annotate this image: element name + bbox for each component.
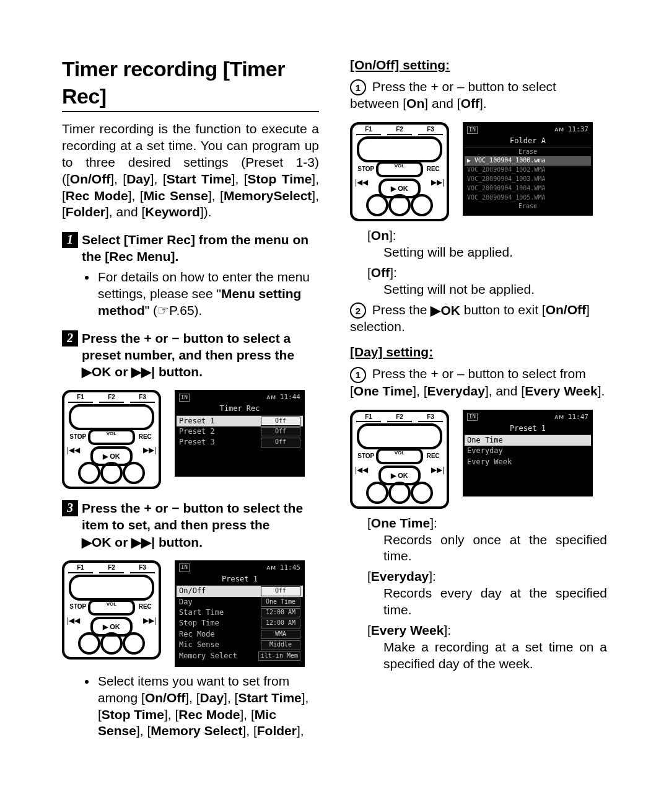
figure-row-onoff: F1F2F3 STOPREC ▶ OK |◀◀▶▶| INᴀᴍ 11:37 Fo… [350, 122, 607, 221]
device-diagram: F1F2F3 STOPREC ▶ OK |◀◀▶▶| [350, 410, 449, 509]
device-diagram: F1F2F3 STOPREC ▶ OK |◀◀▶▶| [62, 560, 161, 660]
device-diagram: F1F2F3 STOPREC ▶ OK |◀◀▶▶| [350, 122, 449, 221]
right-column: [On/Off] setting: 1 Press the + or – but… [350, 56, 607, 748]
step-1-bullets: For details on how to enter the menu set… [85, 269, 319, 319]
step-3: 3 Press the + or − button to select the … [62, 500, 319, 550]
left-column: Timer recording [Timer Rec] Timer record… [62, 56, 319, 748]
intro-paragraph: Timer recording is the function to execu… [62, 121, 319, 221]
step-3-text: Press the + or − button to select the it… [82, 500, 319, 550]
day-heading: [Day] setting: [350, 344, 607, 361]
step-number-3: 3 [62, 500, 78, 516]
step-3-bullets: Select items you want to set from among … [85, 673, 319, 740]
device-diagram: F1F2F3 STOPREC ▶ OK |◀◀▶▶| [62, 390, 161, 489]
section-title: Timer recording [Timer Rec] [62, 56, 319, 110]
step-2: 2 Press the + or − button to select a pr… [62, 330, 319, 381]
substep-2-icon: 2 [350, 302, 366, 319]
onoff-step-1: 1 Press the + or – button to select betw… [350, 79, 607, 112]
day-step-1: 1 Press the + or – button to select from… [350, 366, 607, 399]
onoff-heading: [On/Off] setting: [350, 57, 607, 74]
lcd-preset1-items: INᴀᴍ 11:45 Preset 1 On/OffOff DayOne Tim… [175, 560, 305, 667]
onoff-definitions: [On]: Setting will be applied. [Off]: Se… [367, 227, 607, 298]
title-rule [62, 111, 319, 112]
figure-row-1: F1F2F3 STOPREC ▶ OK |◀◀▶▶| INᴀᴍ 11:44 Ti… [62, 390, 319, 489]
lcd-day-options: INᴀᴍ 11:47 Preset 1 One Time Everyday Ev… [463, 410, 593, 496]
step-number-1: 1 [62, 232, 78, 248]
step-1: 1 Select [Timer Rec] from the menu on th… [62, 232, 319, 265]
lcd-folder-a: INᴀᴍ 11:37 Folder A Erase ▶ VOC_100904_1… [463, 122, 593, 216]
figure-row-2: F1F2F3 STOPREC ▶ OK |◀◀▶▶| INᴀᴍ 11:45 Pr… [62, 560, 319, 667]
onoff-step-2: 2 Press the ▶OK button to exit [On/Off] … [350, 302, 607, 335]
day-definitions: [One Time]: Records only once at the spe… [367, 515, 607, 673]
lcd-preset-list: INᴀᴍ 11:44 Timer Rec Preset 1Off Preset … [175, 390, 305, 477]
step-number-2: 2 [62, 330, 78, 346]
substep-1-icon: 1 [350, 79, 366, 95]
figure-row-day: F1F2F3 STOPREC ▶ OK |◀◀▶▶| INᴀᴍ 11:47 Pr… [350, 410, 607, 509]
step-2-text: Press the + or − button to select a pres… [82, 330, 319, 381]
substep-1-icon: 1 [350, 367, 366, 383]
step-1-text: Select [Timer Rec] from the menu on the … [82, 232, 319, 265]
